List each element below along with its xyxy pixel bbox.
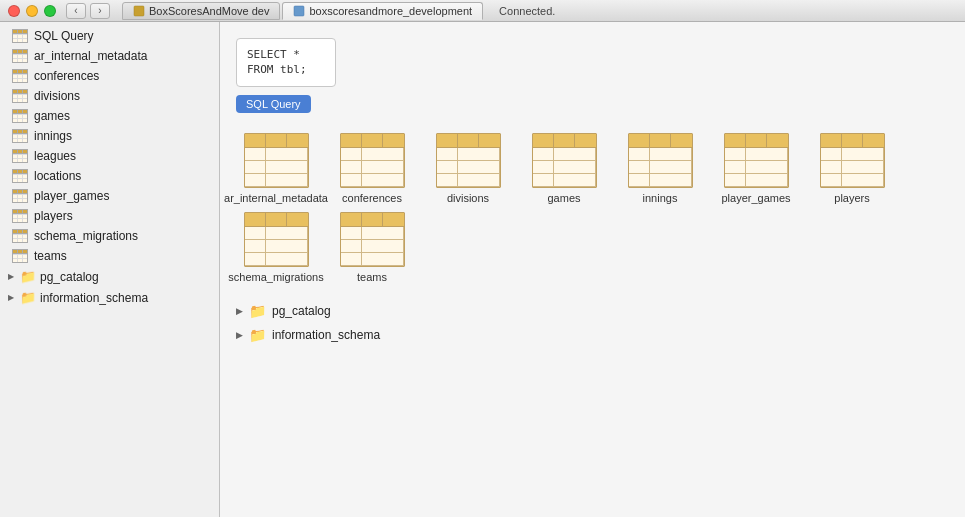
sidebar-item-leagues[interactable]: leagues [0,146,219,166]
sidebar-item-ar-internal-metadata[interactable]: ar_internal_metadata [0,46,219,66]
pg-catalog-arrow-icon: ▶ [8,272,16,281]
svg-rect-0 [134,6,144,16]
pg-catalog-content-arrow-icon: ▶ [236,306,243,316]
sidebar-item-players-label: players [34,209,73,223]
sidebar-item-schema-migrations[interactable]: schema_migrations [0,226,219,246]
sidebar-item-conferences[interactable]: conferences [0,66,219,86]
table-card-ar-internal-metadata[interactable]: ar_internal_metadata [236,133,316,204]
tab-1[interactable]: BoxScoresAndMove dev [122,2,280,20]
sql-query-button[interactable]: SQL Query [236,95,311,113]
sidebar-item-games[interactable]: games [0,106,219,126]
table-thumbnail-teams [340,212,405,267]
connection-status: Connected. [499,5,555,17]
sidebar-item-conferences-label: conferences [34,69,99,83]
table-card-games-label: games [547,192,580,204]
table-icon-ar-internal-metadata [12,49,28,63]
sql-query-editor[interactable]: SELECT * FROM tbl; [236,38,336,87]
sidebar-item-schema-migrations-label: schema_migrations [34,229,138,243]
maximize-button[interactable] [44,5,56,17]
sidebar-item-players[interactable]: players [0,206,219,226]
table-card-teams[interactable]: teams [332,212,412,283]
sidebar-folder-pg-catalog-label: pg_catalog [40,270,99,284]
table-card-divisions-label: divisions [447,192,489,204]
sidebar-item-locations[interactable]: locations [0,166,219,186]
information-schema-arrow-icon: ▶ [8,293,16,302]
table-card-schema-migrations-label: schema_migrations [228,271,323,283]
table-card-divisions[interactable]: divisions [428,133,508,204]
table-icon-innings [12,129,28,143]
sidebar-item-player-games[interactable]: player_games [0,186,219,206]
sidebar-item-ar-internal-metadata-label: ar_internal_metadata [34,49,147,63]
content-folder-information-schema[interactable]: ▶ 📁 information_schema [236,323,949,347]
table-icon-players [12,209,28,223]
tabs-bar: BoxScoresAndMove dev boxscoresandmore_de… [122,2,483,20]
table-card-innings[interactable]: innings [620,133,700,204]
table-thumbnail-players [820,133,885,188]
sidebar-item-sql-query[interactable]: SQL Query [0,26,219,46]
traffic-lights [8,5,56,17]
sidebar-folder-pg-catalog[interactable]: ▶ 📁 pg_catalog [0,266,219,287]
information-schema-content-arrow-icon: ▶ [236,330,243,340]
sidebar: SQL Query ar_internal_metadata conferenc… [0,22,220,517]
sidebar-item-innings[interactable]: innings [0,126,219,146]
tab-2[interactable]: boxscoresandmore_development [282,2,483,20]
forward-button[interactable]: › [90,3,110,19]
table-card-player-games-label: player_games [721,192,790,204]
table-card-schema-migrations[interactable]: schema_migrations [236,212,316,283]
sidebar-item-games-label: games [34,109,70,123]
table-card-games[interactable]: games [524,133,604,204]
pg-catalog-folder-icon: 📁 [20,269,36,284]
content-folder-pg-catalog-label: pg_catalog [272,304,331,318]
table-card-player-games[interactable]: player_games [716,133,796,204]
tab-1-icon [133,5,145,17]
table-thumbnail-conferences [340,133,405,188]
table-card-teams-label: teams [357,271,387,283]
minimize-button[interactable] [26,5,38,17]
sidebar-item-divisions[interactable]: divisions [0,86,219,106]
nav-buttons: ‹ › [66,3,110,19]
sidebar-folder-information-schema[interactable]: ▶ 📁 information_schema [0,287,219,308]
table-icon-conferences [12,69,28,83]
table-card-innings-label: innings [643,192,678,204]
table-icon-schema-migrations [12,229,28,243]
sidebar-item-teams-label: teams [34,249,67,263]
table-card-ar-internal-metadata-label: ar_internal_metadata [224,192,328,204]
table-thumbnail-divisions [436,133,501,188]
content-folder-information-schema-label: information_schema [272,328,380,342]
table-icon-locations [12,169,28,183]
tables-grid: ar_internal_metadata conferences [236,133,949,283]
table-thumbnail-player-games [724,133,789,188]
sidebar-item-innings-label: innings [34,129,72,143]
sql-line-1: SELECT * [247,47,325,62]
content-folder-pg-catalog[interactable]: ▶ 📁 pg_catalog [236,299,949,323]
information-schema-folder-icon: 📁 [20,290,36,305]
content-area: SELECT * FROM tbl; SQL Query ar_internal… [220,22,965,517]
sql-query-icon [12,29,28,43]
table-icon-teams [12,249,28,263]
table-thumbnail-schema-migrations [244,212,309,267]
table-card-conferences-label: conferences [342,192,402,204]
table-thumbnail-games [532,133,597,188]
sidebar-item-leagues-label: leagues [34,149,76,163]
table-icon-leagues [12,149,28,163]
table-card-players[interactable]: players [812,133,892,204]
close-button[interactable] [8,5,20,17]
sql-line-2: FROM tbl; [247,62,325,77]
content-folders: ▶ 📁 pg_catalog ▶ 📁 information_schema [236,299,949,347]
table-icon-player-games [12,189,28,203]
tab-2-icon [293,5,305,17]
sidebar-folder-information-schema-label: information_schema [40,291,148,305]
sidebar-item-sql-query-label: SQL Query [34,29,94,43]
sidebar-item-teams[interactable]: teams [0,246,219,266]
table-card-players-label: players [834,192,869,204]
svg-rect-1 [294,6,304,16]
tab-1-label: BoxScoresAndMove dev [149,5,269,17]
table-icon-divisions [12,89,28,103]
main-layout: SQL Query ar_internal_metadata conferenc… [0,22,965,517]
back-button[interactable]: ‹ [66,3,86,19]
table-card-conferences[interactable]: conferences [332,133,412,204]
sidebar-item-locations-label: locations [34,169,81,183]
table-thumbnail-ar-internal-metadata [244,133,309,188]
table-thumbnail-innings [628,133,693,188]
titlebar: ‹ › BoxScoresAndMove dev boxscoresandmor… [0,0,965,22]
